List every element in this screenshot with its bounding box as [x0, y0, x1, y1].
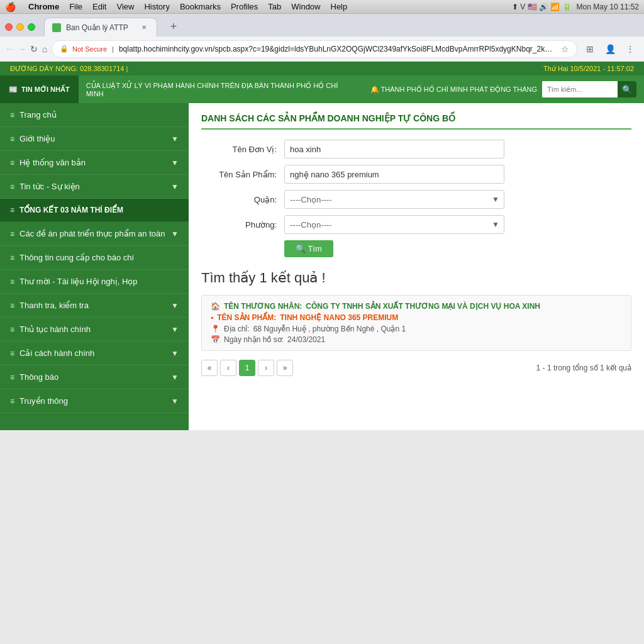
address-label: Địa chỉ:: [224, 325, 250, 333]
current-page-button[interactable]: 1: [239, 360, 255, 376]
chevron-down-icon: ▼: [171, 135, 179, 143]
menu-help[interactable]: Help: [331, 2, 348, 11]
result-company-row: 🏠 TÊN THƯƠNG NHÂN: CÔNG TY TNHH SẢN XUẤT…: [211, 302, 622, 311]
maximize-button[interactable]: [28, 23, 35, 31]
addressbar: ← → ↻ ⌂ 🔒 Not Secure | bqlattp.hochiminh…: [0, 36, 644, 62]
browser-tab[interactable]: Ban Quản lý ATTP ✕: [44, 18, 157, 36]
sidebar-label: Tin tức - Sự kiện: [19, 182, 80, 191]
sidebar-item-thutuc[interactable]: ≡ Thủ tục hành chính ▼: [0, 318, 189, 341]
notification-bar: ĐƯỜNG DÂY NÓNG: 028.38301714 | Thứ Hai 1…: [0, 62, 644, 75]
tab-close-button[interactable]: ✕: [139, 23, 149, 33]
results-heading: Tìm thấy 1 kết quả !: [201, 270, 631, 286]
input-company[interactable]: [284, 140, 504, 158]
url-display: bqlattp.hochiminhcity.gov.vn/spcb.aspx?c…: [119, 45, 555, 53]
product-icon: ▪: [211, 313, 213, 322]
calendar-icon: 📅: [211, 335, 220, 344]
pin-icon: 📍: [211, 325, 220, 333]
sidebar-item-thucmoi[interactable]: ≡ Thư mời - Tài liệu Hội nghị, Họp: [0, 270, 189, 294]
form-row-product: Tên Sản Phẩm:: [201, 165, 631, 184]
chevron-down-icon: ▼: [171, 182, 179, 191]
not-secure-label: Not Secure: [72, 45, 107, 53]
reload-button[interactable]: ↻: [30, 40, 38, 58]
menu-bookmarks[interactable]: Bookmarks: [180, 2, 221, 11]
menu-view[interactable]: View: [116, 2, 134, 11]
site-header: 📰 TIN MỚI NHẤT CỦA LUẬT XỬ LÝ VI PHẠM HÀ…: [0, 75, 644, 103]
sidebar-label: Thư mời - Tài liệu Hội nghị, Họp: [19, 277, 138, 286]
product-label: Tên sản phẩm:: [217, 313, 276, 322]
date-label: Ngày nhận hồ sơ:: [224, 335, 284, 344]
addressbar-actions: ⊞ 👤 ⋮: [581, 40, 639, 58]
close-button[interactable]: [5, 23, 13, 31]
label-company: Tên Đơn Vị:: [201, 145, 277, 154]
datetime-display: Mon May 10 11:52: [577, 3, 639, 11]
sidebar-label: Thông báo: [19, 372, 58, 382]
pagination-info: 1 - 1 trong tổng số 1 kết quả: [536, 364, 631, 372]
last-page-button[interactable]: »: [277, 360, 293, 376]
form-row-ward: Phường: ----Chọn---- ▼: [201, 215, 631, 234]
chevron-down-icon: ▼: [171, 301, 179, 310]
select-ward[interactable]: ----Chọn----: [284, 215, 504, 234]
sidebar-label: TỔNG KẾT 03 NĂM THÍ ĐIỂM: [19, 206, 123, 214]
page-title: DANH SÁCH CÁC SẢN PHẨM DOANH NGHIỆP TỰ C…: [201, 113, 631, 130]
apple-menu[interactable]: 🍎: [5, 2, 16, 12]
result-date-row: 📅 Ngày nhận hồ sơ: 24/03/2021: [211, 335, 622, 344]
select-district-wrapper: ----Chọn---- Quận 1 Quận 2 Quận 3 ▼: [284, 190, 504, 209]
sidebar-item-tongket[interactable]: ≡ TỔNG KẾT 03 NĂM THÍ ĐIỂM: [0, 199, 189, 222]
form-row-district: Quận: ----Chọn---- Quận 1 Quận 2 Quận 3 …: [201, 190, 631, 209]
sidebar-label: Trang chủ: [19, 110, 57, 119]
sidebar-item-tintuc[interactable]: ≡ Tin tức - Sự kiện ▼: [0, 175, 189, 199]
more-options-icon[interactable]: ⋮: [621, 40, 639, 58]
next-page-button[interactable]: ›: [258, 360, 274, 376]
product-name: TINH NGHỆ NANO 365 PREMIUM: [280, 313, 398, 322]
results-section: Tìm thấy 1 kết quả ! 🏠 TÊN THƯƠNG NHÂN: …: [201, 270, 631, 376]
pagination: « ‹ 1 › » 1 - 1 trong tổng số 1 kết quả: [201, 360, 631, 376]
first-page-button[interactable]: «: [201, 360, 218, 376]
search-submit-button[interactable]: 🔍 Tìm: [284, 240, 333, 257]
sidebar-item-trangchu[interactable]: ≡ Trang chủ: [0, 103, 189, 127]
home-button[interactable]: ⌂: [42, 40, 48, 58]
menu-edit[interactable]: Edit: [92, 2, 106, 11]
sidebar-item-thongbao[interactable]: ≡ Thông báo ▼: [0, 365, 189, 389]
menu-profiles[interactable]: Profiles: [231, 2, 258, 11]
menu-file[interactable]: File: [69, 2, 82, 11]
chevron-down-icon: ▼: [171, 158, 179, 167]
minimize-button[interactable]: [16, 23, 24, 31]
new-tab-button[interactable]: +: [165, 18, 182, 35]
sidebar-item-hethongvanban[interactable]: ≡ Hệ thống văn bản ▼: [0, 151, 189, 175]
mac-menubar: 🍎 Chrome File Edit View History Bookmark…: [0, 0, 644, 14]
extensions-icon[interactable]: ⊞: [581, 40, 599, 58]
select-district[interactable]: ----Chọn---- Quận 1 Quận 2 Quận 3: [284, 190, 504, 209]
sidebar-item-gioithieu[interactable]: ≡ Giới thiệu ▼: [0, 127, 189, 151]
address-bar[interactable]: 🔒 Not Secure | bqlattp.hochiminhcity.gov…: [52, 40, 577, 58]
sidebar-item-truyenthong[interactable]: ≡ Truyền thông ▼: [0, 389, 189, 413]
label-district: Quận:: [201, 195, 277, 204]
menu-lines-icon: ≡: [10, 325, 14, 334]
site-search-button[interactable]: 🔍: [618, 81, 636, 97]
menu-window[interactable]: Window: [291, 2, 320, 11]
menu-lines-icon: ≡: [10, 182, 14, 191]
site-search-input[interactable]: [542, 81, 618, 97]
forward-button[interactable]: →: [18, 40, 26, 58]
bookmark-star-icon[interactable]: ☆: [561, 44, 569, 54]
app-name[interactable]: Chrome: [28, 2, 59, 11]
sidebar-item-thanhtra[interactable]: ≡ Thanh tra, kiểm tra ▼: [0, 294, 189, 318]
sidebar-item-thongtin[interactable]: ≡ Thông tin cung cấp cho báo chí: [0, 246, 189, 270]
label-ward: Phường:: [201, 220, 277, 230]
menu-tab[interactable]: Tab: [268, 2, 281, 11]
input-product[interactable]: [284, 165, 504, 184]
profile-icon[interactable]: 👤: [601, 40, 619, 58]
prev-page-button[interactable]: ‹: [220, 360, 236, 376]
menu-lines-icon: ≡: [10, 111, 14, 119]
chevron-down-icon: ▼: [171, 325, 179, 334]
sidebar-item-dean[interactable]: ≡ Các đề án phát triển thực phẩm an toàn…: [0, 222, 189, 246]
menu-history[interactable]: History: [144, 2, 169, 11]
menu-lines-icon: ≡: [10, 301, 14, 310]
menu-lines-icon: ≡: [10, 158, 14, 167]
sidebar-item-caicach[interactable]: ≡ Cải cách hành chính ▼: [0, 341, 189, 365]
menu-lines-icon: ≡: [10, 349, 14, 358]
news-ticker: CỦA LUẬT XỬ LÝ VI PHẠM HÀNH CHÍNH TRÊN Đ…: [79, 75, 363, 103]
system-icons: ⬆ V 🇺🇸 🔊 📶 🔋: [512, 3, 572, 11]
label-product: Tên Sản Phẩm:: [201, 170, 277, 179]
site-search-box[interactable]: 🔍: [542, 81, 636, 97]
back-button[interactable]: ←: [5, 40, 14, 58]
